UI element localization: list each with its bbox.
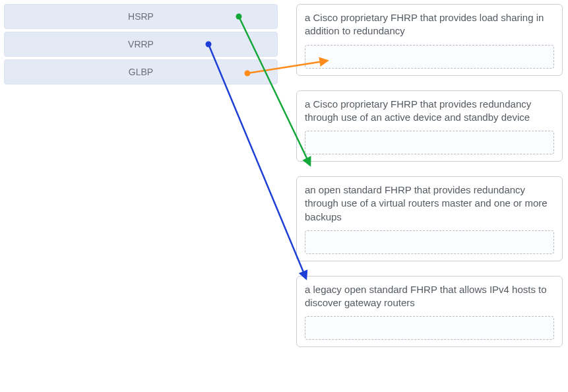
definition-card-0: a Cisco proprietary FHRP that provides l… [296, 4, 563, 76]
definitions-column: a Cisco proprietary FHRP that provides l… [296, 4, 563, 362]
dropzone-2[interactable] [305, 230, 554, 254]
matching-exercise: HSRP VRRP GLBP a Cisco proprietary FHRP … [0, 0, 568, 392]
definition-text: an open standard FHRP that provides redu… [305, 183, 554, 224]
definition-card-2: an open standard FHRP that provides redu… [296, 176, 563, 261]
term-label: VRRP [128, 39, 154, 49]
dropzone-1[interactable] [305, 131, 554, 154]
definition-card-3: a legacy open standard FHRP that allows … [296, 276, 563, 348]
term-vrrp[interactable]: VRRP [4, 32, 278, 57]
terms-column: HSRP VRRP GLBP [4, 4, 278, 87]
dropzone-0[interactable] [305, 45, 554, 69]
dropzone-3[interactable] [305, 316, 554, 340]
term-hsrp[interactable]: HSRP [4, 4, 278, 29]
definition-card-1: a Cisco proprietary FHRP that provides r… [296, 90, 563, 162]
definition-text: a Cisco proprietary FHRP that provides r… [305, 98, 554, 125]
term-glbp[interactable]: GLBP [4, 59, 278, 84]
definition-text: a Cisco proprietary FHRP that provides l… [305, 11, 554, 38]
term-label: HSRP [128, 11, 154, 22]
term-label: GLBP [129, 67, 153, 77]
definition-text: a legacy open standard FHRP that allows … [305, 283, 554, 310]
